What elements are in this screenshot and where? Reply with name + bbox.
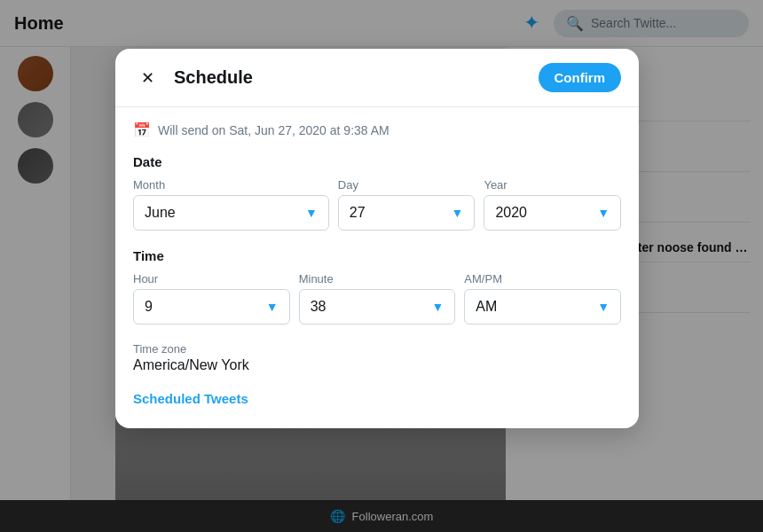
ampm-group: AM/PM AM ▼ bbox=[464, 272, 621, 325]
month-label: Month bbox=[133, 178, 329, 192]
minute-label: Minute bbox=[299, 272, 456, 286]
month-select[interactable]: June ▼ bbox=[133, 195, 329, 231]
timezone-value: America/New York bbox=[133, 357, 621, 373]
year-select[interactable]: 2020 ▼ bbox=[484, 195, 621, 231]
time-row: Hour 9 ▼ Minute 38 ▼ AM/PM AM bbox=[133, 272, 621, 325]
modal-overlay: ✕ Schedule Confirm 📅 Will send on Sat, J… bbox=[0, 0, 763, 532]
date-section-label: Date bbox=[133, 154, 621, 169]
month-value: June bbox=[145, 205, 176, 221]
minute-value: 38 bbox=[311, 299, 326, 315]
hour-chevron-icon: ▼ bbox=[266, 300, 279, 314]
send-info: 📅 Will send on Sat, Jun 27, 2020 at 9:38… bbox=[133, 121, 621, 138]
modal-header: ✕ Schedule Confirm bbox=[115, 49, 639, 107]
day-group: Day 27 ▼ bbox=[338, 178, 476, 231]
month-chevron-icon: ▼ bbox=[305, 206, 318, 220]
year-label: Year bbox=[484, 178, 621, 192]
timezone-label: Time zone bbox=[133, 342, 621, 356]
year-value: 2020 bbox=[495, 205, 527, 221]
hour-value: 9 bbox=[145, 299, 153, 315]
hour-group: Hour 9 ▼ bbox=[133, 272, 290, 325]
day-select[interactable]: 27 ▼ bbox=[338, 195, 476, 231]
modal-title: Schedule bbox=[174, 67, 253, 88]
month-group: Month June ▼ bbox=[133, 178, 329, 231]
hour-label: Hour bbox=[133, 272, 290, 286]
ampm-label: AM/PM bbox=[464, 272, 621, 286]
minute-chevron-icon: ▼ bbox=[431, 300, 444, 314]
ampm-chevron-icon: ▼ bbox=[597, 300, 610, 314]
ampm-value: AM bbox=[476, 299, 497, 315]
modal-close-button[interactable]: ✕ bbox=[133, 64, 161, 92]
year-group: Year 2020 ▼ bbox=[484, 178, 621, 231]
day-value: 27 bbox=[350, 205, 366, 221]
ampm-select[interactable]: AM ▼ bbox=[464, 289, 621, 325]
minute-group: Minute 38 ▼ bbox=[299, 272, 456, 325]
modal-header-left: ✕ Schedule bbox=[133, 64, 253, 92]
timezone-section: Time zone America/New York bbox=[133, 342, 621, 373]
close-icon: ✕ bbox=[141, 68, 154, 88]
minute-select[interactable]: 38 ▼ bbox=[299, 289, 456, 325]
time-section-label: Time bbox=[133, 248, 621, 263]
confirm-button[interactable]: Confirm bbox=[539, 63, 622, 92]
date-row: Month June ▼ Day 27 ▼ Year 20 bbox=[133, 178, 621, 231]
calendar-icon: 📅 bbox=[133, 121, 151, 138]
day-chevron-icon: ▼ bbox=[452, 206, 464, 220]
send-info-text: Will send on Sat, Jun 27, 2020 at 9:38 A… bbox=[158, 123, 389, 137]
modal-body: 📅 Will send on Sat, Jun 27, 2020 at 9:38… bbox=[115, 107, 639, 428]
day-label: Day bbox=[338, 178, 476, 192]
schedule-modal: ✕ Schedule Confirm 📅 Will send on Sat, J… bbox=[115, 49, 639, 428]
scheduled-tweets-link[interactable]: Scheduled Tweets bbox=[133, 391, 248, 406]
hour-select[interactable]: 9 ▼ bbox=[133, 289, 290, 325]
year-chevron-icon: ▼ bbox=[597, 206, 610, 220]
